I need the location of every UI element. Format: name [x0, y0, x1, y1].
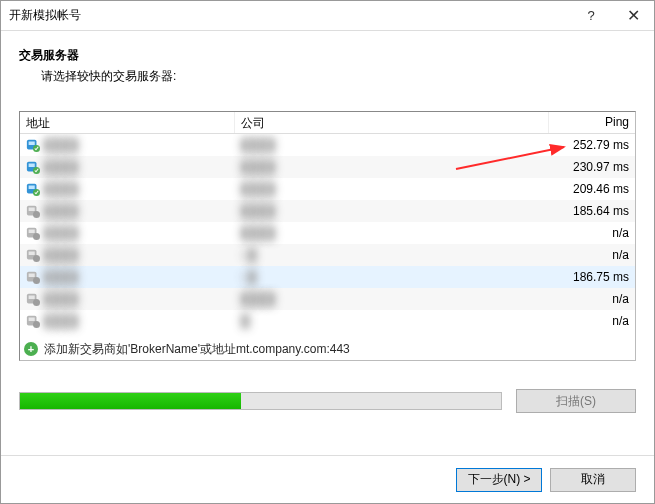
company-text: ████ [241, 204, 275, 218]
svg-rect-8 [29, 186, 35, 190]
col-company[interactable]: 公司 [235, 112, 549, 133]
address-text: ████ [44, 270, 78, 284]
svg-point-24 [33, 299, 40, 306]
cell-company: ████ [235, 182, 549, 196]
company-text: ████ [241, 138, 275, 152]
add-broker-label: 添加新交易商如'BrokerName'或地址mt.company.com:443 [44, 341, 350, 358]
cell-ping: n/a [549, 314, 635, 328]
cell-ping: 230.97 ms [549, 160, 635, 174]
plus-icon: + [24, 342, 38, 356]
table-row[interactable]: ████████n/a [20, 222, 635, 244]
progress-fill [20, 393, 241, 409]
col-ping[interactable]: Ping [549, 112, 635, 133]
svg-rect-11 [29, 208, 35, 212]
svg-point-18 [33, 255, 40, 262]
cell-address: ████ [20, 226, 235, 240]
address-text: ████ [44, 248, 78, 262]
cell-company: L█ [235, 248, 549, 262]
cell-ping: 185.64 ms [549, 204, 635, 218]
cell-company: ████ [235, 204, 549, 218]
column-headers: 地址 公司 Ping [20, 112, 635, 134]
main: 地址 公司 Ping ████████252.79 ms████████230.… [1, 93, 654, 455]
next-button[interactable]: 下一步(N) > [456, 468, 542, 492]
address-text: ████ [44, 226, 78, 240]
header: 交易服务器 请选择较快的交易服务器: [1, 31, 654, 93]
cell-ping: 252.79 ms [549, 138, 635, 152]
help-button[interactable]: ? [570, 1, 612, 30]
svg-rect-23 [29, 296, 35, 300]
address-text: ████ [44, 292, 78, 306]
progress-row: 扫描(S) [19, 389, 636, 413]
dialog-window: 开新模拟帐号 ? ✕ 交易服务器 请选择较快的交易服务器: 地址 公司 Ping [0, 0, 655, 504]
svg-point-12 [33, 211, 40, 218]
close-button[interactable]: ✕ [612, 1, 654, 30]
server-online-icon [26, 182, 40, 196]
svg-rect-2 [29, 142, 35, 146]
col-address[interactable]: 地址 [20, 112, 235, 133]
header-title: 交易服务器 [19, 47, 636, 64]
company-text: ████ [241, 292, 275, 306]
svg-rect-20 [29, 274, 35, 278]
server-offline-icon [26, 270, 40, 284]
cell-company: ████ [235, 138, 549, 152]
server-offline-icon [26, 204, 40, 218]
svg-rect-26 [29, 318, 35, 322]
cell-company: L█ [235, 270, 549, 284]
cell-address: ████ [20, 248, 235, 262]
table-row[interactable]: ████L█n/a [20, 244, 635, 266]
cell-ping: n/a [549, 248, 635, 262]
progress-bar [19, 392, 502, 410]
company-text: L█ [241, 270, 256, 284]
server-online-icon [26, 160, 40, 174]
scan-button[interactable]: 扫描(S) [516, 389, 636, 413]
svg-rect-17 [29, 252, 35, 256]
cell-address: ████ [20, 270, 235, 284]
server-offline-icon [26, 314, 40, 328]
table-row[interactable]: ████L█186.75 ms [20, 266, 635, 288]
table-row[interactable]: █████n/a [20, 310, 635, 332]
company-text: █ [241, 314, 250, 328]
server-list: 地址 公司 Ping ████████252.79 ms████████230.… [19, 111, 636, 361]
server-online-icon [26, 138, 40, 152]
company-text: ████ [241, 182, 275, 196]
cell-company: █ [235, 314, 549, 328]
server-offline-icon [26, 248, 40, 262]
company-text: L█ [241, 248, 256, 262]
address-text: ████ [44, 138, 78, 152]
table-row[interactable]: ████████230.97 ms [20, 156, 635, 178]
server-offline-icon [26, 226, 40, 240]
rows-container: ████████252.79 ms████████230.97 ms██████… [20, 134, 635, 338]
cancel-button[interactable]: 取消 [550, 468, 636, 492]
cell-address: ████ [20, 138, 235, 152]
company-text: ████ [241, 160, 275, 174]
table-row[interactable]: ████████185.64 ms [20, 200, 635, 222]
cell-ping: n/a [549, 226, 635, 240]
company-text: ████ [241, 226, 275, 240]
cell-ping: 209.46 ms [549, 182, 635, 196]
add-broker-row[interactable]: + 添加新交易商如'BrokerName'或地址mt.company.com:4… [20, 338, 635, 360]
table-row[interactable]: ████████209.46 ms [20, 178, 635, 200]
svg-rect-14 [29, 230, 35, 234]
cell-company: ████ [235, 292, 549, 306]
table-row[interactable]: ████████252.79 ms [20, 134, 635, 156]
address-text: ████ [44, 160, 78, 174]
window-title: 开新模拟帐号 [9, 7, 81, 24]
cell-company: ████ [235, 226, 549, 240]
cell-address: ████ [20, 160, 235, 174]
svg-rect-5 [29, 164, 35, 168]
cell-company: ████ [235, 160, 549, 174]
address-text: ████ [44, 204, 78, 218]
address-text: ████ [44, 182, 78, 196]
titlebar-buttons: ? ✕ [570, 1, 654, 30]
table-row[interactable]: ████████n/a [20, 288, 635, 310]
cell-ping: 186.75 ms [549, 270, 635, 284]
address-text: ████ [44, 314, 78, 328]
titlebar: 开新模拟帐号 ? ✕ [1, 1, 654, 31]
footer: 下一步(N) > 取消 [1, 455, 654, 503]
svg-point-15 [33, 233, 40, 240]
svg-point-27 [33, 321, 40, 328]
svg-point-21 [33, 277, 40, 284]
cell-ping: n/a [549, 292, 635, 306]
header-subtitle: 请选择较快的交易服务器: [19, 68, 636, 85]
cell-address: ████ [20, 182, 235, 196]
